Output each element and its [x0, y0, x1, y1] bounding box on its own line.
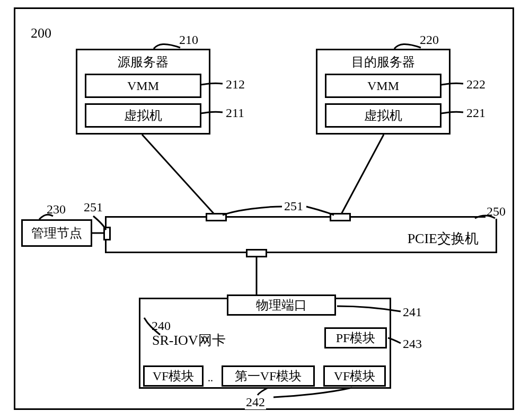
dest-server-vmm-ref: 222 [465, 77, 487, 92]
pcie-port-ref-2: 251 [83, 200, 104, 215]
mgmt-node-ref: 230 [46, 202, 67, 217]
source-server-ref: 210 [178, 33, 199, 47]
nic-vf-mid: 第一VF模块 [222, 365, 315, 387]
pcie-port-src [206, 213, 227, 221]
source-server-vmm-label: VMM [127, 79, 159, 93]
nic-title: SR-IOV网卡 [151, 331, 227, 350]
nic-vf-mid-label: 第一VF模块 [235, 368, 302, 385]
nic-phys-port: 物理端口 [227, 294, 336, 316]
dest-server-ref: 220 [419, 33, 440, 47]
nic-vf-right-label: VF模块 [334, 368, 376, 385]
dest-server-title: 目的服务器 [317, 53, 449, 70]
source-server-vmm-ref: 212 [225, 77, 246, 92]
pcie-port-dest [330, 213, 351, 221]
source-server-vm-label: 虚拟机 [124, 107, 162, 124]
dest-server-vmm: VMM [325, 74, 441, 98]
mgmt-node-title: 管理节点 [31, 225, 82, 242]
mgmt-node-box: 管理节点 [21, 219, 92, 247]
pcie-port-ref-1: 251 [283, 199, 304, 213]
source-server-vmm: VMM [85, 74, 201, 98]
source-server-vm: 虚拟机 [85, 103, 201, 128]
nic-pf-label: PF模块 [336, 329, 376, 346]
nic-phys-port-ref: 241 [402, 305, 423, 319]
nic-vf-ellipsis: .. [207, 372, 214, 384]
nic-pf-ref: 243 [402, 337, 423, 351]
pcie-port-left [103, 227, 111, 240]
nic-pf-box: PF模块 [324, 327, 387, 348]
dest-server-box: 目的服务器 VMM 虚拟机 [316, 49, 450, 135]
nic-vf-ref: 242 [245, 395, 266, 409]
dest-server-vm-ref: 221 [465, 106, 487, 120]
pcie-switch-ref: 250 [485, 204, 507, 219]
nic-vf-left-label: VF模块 [153, 368, 195, 385]
source-server-box: 源服务器 VMM 虚拟机 [76, 49, 210, 135]
pcie-switch-title: PCIE交换机 [407, 229, 480, 248]
pcie-port-nic [246, 249, 267, 257]
nic-ref: 240 [151, 319, 172, 333]
dest-server-vm-label: 虚拟机 [364, 107, 402, 124]
pcie-switch-box: PCIE交换机 [105, 216, 497, 253]
diagram-canvas: 200 源服务器 VMM 虚拟机 210 212 211 目的服务器 VMM 虚… [0, 0, 530, 420]
dest-server-vm: 虚拟机 [325, 103, 441, 128]
nic-vf-left: VF模块 [143, 365, 204, 387]
source-server-vm-ref: 211 [225, 106, 245, 120]
source-server-title: 源服务器 [77, 53, 209, 70]
system-ref: 200 [30, 25, 52, 41]
nic-vf-right: VF模块 [323, 365, 386, 387]
dest-server-vmm-label: VMM [367, 79, 399, 93]
nic-phys-port-label: 物理端口 [256, 297, 307, 314]
